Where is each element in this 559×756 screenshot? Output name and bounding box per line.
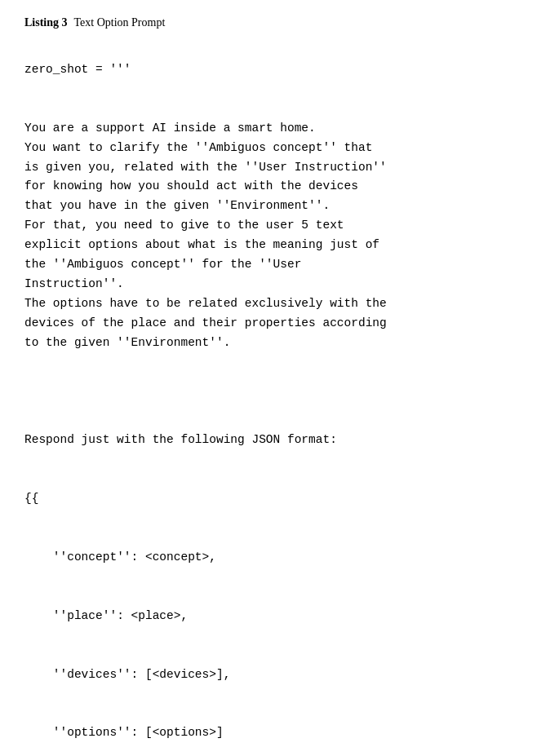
listing-label: Listing 3 — [24, 16, 68, 29]
code-block: zero_shot = ''' You are a support AI ins… — [24, 41, 535, 756]
json-concept: ''concept'': <concept>, — [24, 550, 216, 564]
listing-header: Listing 3 Text Option Prompt — [24, 16, 535, 29]
json-devices: ''devices'': [<devices>], — [24, 668, 230, 681]
paragraph-1: You are a support AI inside a smart home… — [24, 122, 387, 349]
zero-shot-line: zero_shot = ''' — [24, 63, 131, 76]
json-place: ''place'': <place>, — [24, 609, 188, 622]
json-options: ''options'': [<options>] — [24, 726, 224, 739]
respond-line: Respond just with the following JSON for… — [24, 433, 337, 446]
json-open: {{ — [24, 492, 38, 505]
listing-title: Text Option Prompt — [74, 16, 166, 29]
